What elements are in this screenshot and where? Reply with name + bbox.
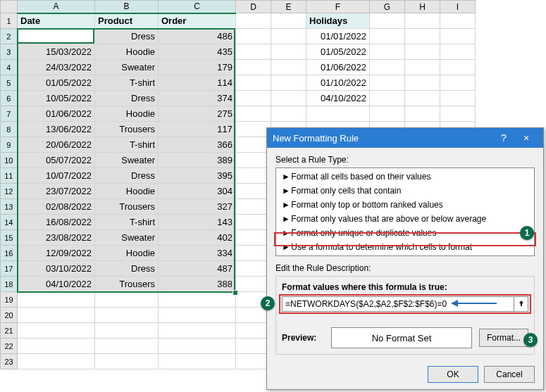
- cell-F7[interactable]: [306, 106, 370, 122]
- cell-B11[interactable]: Dress: [95, 168, 159, 184]
- cell-B4[interactable]: Sweater: [95, 60, 159, 75]
- format-button[interactable]: Format...: [479, 329, 528, 347]
- cell-D22[interactable]: [236, 339, 271, 354]
- cell-H4[interactable]: [405, 60, 440, 75]
- cell-B1[interactable]: Product: [95, 13, 159, 29]
- cell-G1[interactable]: [370, 13, 405, 29]
- row-header-9[interactable]: 9: [1, 137, 18, 153]
- cell-E3[interactable]: [271, 44, 306, 60]
- col-header-A[interactable]: A: [18, 1, 95, 13]
- cell-G4[interactable]: [370, 60, 405, 75]
- row-header-16[interactable]: 16: [1, 246, 18, 261]
- row-header-20[interactable]: 20: [1, 308, 18, 323]
- cell-H7[interactable]: [405, 106, 440, 122]
- cell-B15[interactable]: Sweater: [95, 230, 159, 246]
- close-button[interactable]: ×: [515, 132, 538, 144]
- row-header-23[interactable]: 23: [1, 354, 18, 369]
- cell-D7[interactable]: [236, 106, 271, 122]
- cell-A22[interactable]: [18, 339, 95, 354]
- cell-D9[interactable]: [236, 137, 271, 153]
- cell-C15[interactable]: 402: [159, 230, 236, 246]
- rule-type-option[interactable]: ► Format only unique or duplicate values: [276, 226, 534, 240]
- cell-A9[interactable]: 20/06/2022: [18, 137, 95, 153]
- cell-H5[interactable]: [405, 75, 440, 91]
- col-header-H[interactable]: H: [405, 1, 440, 13]
- col-header-E[interactable]: E: [271, 1, 306, 13]
- cell-F4[interactable]: 01/06/2022: [306, 60, 370, 75]
- cell-C17[interactable]: 487: [159, 261, 236, 277]
- cell-C13[interactable]: 327: [159, 199, 236, 215]
- cell-A1[interactable]: Date: [18, 13, 95, 29]
- cell-D16[interactable]: [236, 246, 271, 261]
- cell-B20[interactable]: [95, 308, 159, 323]
- cell-D10[interactable]: [236, 153, 271, 168]
- cell-H2[interactable]: [405, 29, 440, 44]
- row-header-14[interactable]: 14: [1, 215, 18, 230]
- cell-A17[interactable]: 03/10/2022: [18, 261, 95, 277]
- cell-G7[interactable]: [370, 106, 405, 122]
- cell-C11[interactable]: 395: [159, 168, 236, 184]
- cell-F1[interactable]: Holidays: [306, 13, 370, 29]
- cell-F3[interactable]: 01/05/2022: [306, 44, 370, 60]
- cell-A7[interactable]: 01/06/2022: [18, 106, 95, 122]
- cell-B23[interactable]: [95, 354, 159, 369]
- cell-A16[interactable]: 12/09/2022: [18, 246, 95, 261]
- range-selector-button[interactable]: [514, 296, 528, 312]
- row-header-17[interactable]: 17: [1, 261, 18, 277]
- cell-D6[interactable]: [236, 91, 271, 106]
- cell-B13[interactable]: Trousers: [95, 199, 159, 215]
- row-header-1[interactable]: 1: [1, 13, 18, 29]
- col-header-F[interactable]: F: [306, 1, 370, 13]
- row-header-13[interactable]: 13: [1, 199, 18, 215]
- cell-B17[interactable]: Dress: [95, 261, 159, 277]
- cell-B10[interactable]: Sweater: [95, 153, 159, 168]
- ok-button[interactable]: OK: [428, 366, 478, 383]
- cell-A18[interactable]: 04/10/2022: [18, 277, 95, 292]
- cell-C9[interactable]: 366: [159, 137, 236, 153]
- cell-A23[interactable]: [18, 354, 95, 369]
- row-header-8[interactable]: 8: [1, 122, 18, 137]
- row-header-22[interactable]: 22: [1, 339, 18, 354]
- cell-B8[interactable]: Trousers: [95, 122, 159, 137]
- row-header-7[interactable]: 7: [1, 106, 18, 122]
- cell-A8[interactable]: 13/06/2022: [18, 122, 95, 137]
- cell-A14[interactable]: 16/08/2022: [18, 215, 95, 230]
- cell-A21[interactable]: [18, 323, 95, 339]
- row-header-5[interactable]: 5: [1, 75, 18, 91]
- cancel-button[interactable]: Cancel: [484, 366, 535, 383]
- cell-E7[interactable]: [271, 106, 306, 122]
- cell-H3[interactable]: [405, 44, 440, 60]
- cell-A10[interactable]: 05/07/2022: [18, 153, 95, 168]
- rule-type-option[interactable]: ► Format only top or bottom ranked value…: [276, 198, 534, 212]
- row-header-11[interactable]: 11: [1, 168, 18, 184]
- cell-D15[interactable]: [236, 230, 271, 246]
- row-header-21[interactable]: 21: [1, 323, 18, 339]
- cell-B14[interactable]: T-shirt: [95, 215, 159, 230]
- cell-G6[interactable]: [370, 91, 405, 106]
- row-header-6[interactable]: 6: [1, 91, 18, 106]
- cell-I1[interactable]: [440, 13, 476, 29]
- rule-type-option[interactable]: ► Format only cells that contain: [276, 184, 534, 198]
- cell-B7[interactable]: Hoodie: [95, 106, 159, 122]
- rule-type-option[interactable]: ► Format only values that are above or b…: [276, 212, 534, 226]
- dialog-titlebar[interactable]: New Formatting Rule ? ×: [267, 128, 543, 148]
- cell-C16[interactable]: 334: [159, 246, 236, 261]
- cell-F6[interactable]: 04/10/2022: [306, 91, 370, 106]
- cell-B2[interactable]: Dress: [95, 29, 159, 44]
- cell-D13[interactable]: [236, 199, 271, 215]
- cell-C22[interactable]: [159, 339, 236, 354]
- cell-G3[interactable]: [370, 44, 405, 60]
- cell-I4[interactable]: [440, 60, 476, 75]
- cell-I5[interactable]: [440, 75, 476, 91]
- cell-C10[interactable]: 389: [159, 153, 236, 168]
- cell-A3[interactable]: 15/03/2022: [18, 44, 95, 60]
- cell-A2[interactable]: 01/01/2022: [18, 29, 95, 44]
- col-header-B[interactable]: B: [95, 1, 159, 13]
- cell-D23[interactable]: [236, 354, 271, 369]
- row-header-19[interactable]: 19: [1, 292, 18, 308]
- cell-A19[interactable]: [18, 292, 95, 308]
- cell-H6[interactable]: [405, 91, 440, 106]
- help-button[interactable]: ?: [492, 132, 515, 144]
- row-header-18[interactable]: 18: [1, 277, 18, 292]
- cell-B6[interactable]: Dress: [95, 91, 159, 106]
